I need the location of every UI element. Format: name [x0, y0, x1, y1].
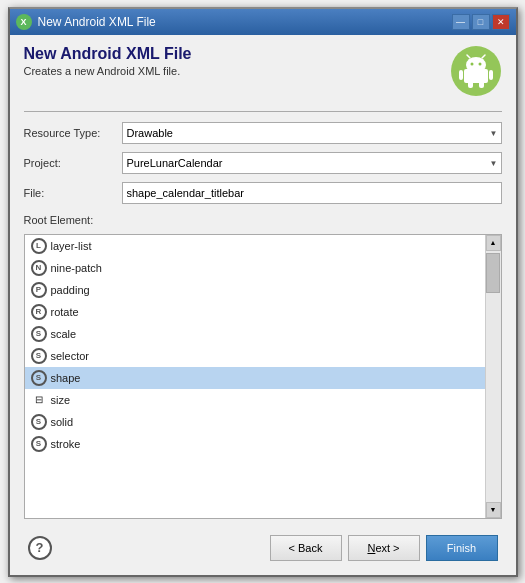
next-underline: N [367, 542, 375, 554]
svg-rect-7 [459, 70, 463, 80]
item-type-icon: ⊟ [31, 392, 47, 408]
resource-type-label: Resource Type: [24, 127, 114, 139]
resource-type-select[interactable]: Drawable Layout Menu Values XML [122, 122, 502, 144]
root-element-label: Root Element: [24, 214, 502, 226]
item-badge-icon: R [31, 304, 47, 320]
file-row: File: [24, 182, 502, 204]
window-icon: X [16, 14, 32, 30]
item-label: size [51, 394, 71, 406]
svg-point-4 [478, 62, 481, 65]
next-label: Next > [367, 542, 399, 554]
project-label: Project: [24, 157, 114, 169]
next-button[interactable]: Next > [348, 535, 420, 561]
finish-button[interactable]: Finish [426, 535, 498, 561]
item-label: shape [51, 372, 81, 384]
item-badge-icon: P [31, 282, 47, 298]
help-button[interactable]: ? [28, 536, 52, 560]
header-text: New Android XML File Creates a new Andro… [24, 45, 450, 77]
list-item[interactable]: Ssolid [25, 411, 485, 433]
android-logo [450, 45, 502, 97]
scrollbar[interactable]: ▲ ▼ [485, 235, 501, 518]
root-element-list: Llayer-listNnine-patchPpaddingRrotateSsc… [24, 234, 502, 519]
footer: ? < Back Next > Finish [24, 527, 502, 565]
svg-point-2 [466, 57, 486, 73]
svg-rect-8 [489, 70, 493, 80]
list-item[interactable]: Llayer-list [25, 235, 485, 257]
svg-point-3 [470, 62, 473, 65]
scroll-down-button[interactable]: ▼ [486, 502, 501, 518]
item-label: padding [51, 284, 90, 296]
list-item[interactable]: ⊟size [25, 389, 485, 411]
item-label: rotate [51, 306, 79, 318]
minimize-button[interactable]: — [452, 14, 470, 30]
main-window: X New Android XML File — □ ✕ New Android… [8, 7, 518, 577]
file-input[interactable] [122, 182, 502, 204]
page-subtitle: Creates a new Android XML file. [24, 65, 450, 77]
footer-right: < Back Next > Finish [270, 535, 498, 561]
list-item[interactable]: Rrotate [25, 301, 485, 323]
file-label: File: [24, 187, 114, 199]
list-item[interactable]: Sscale [25, 323, 485, 345]
project-select[interactable]: PureLunarCalendar [122, 152, 502, 174]
header-section: New Android XML File Creates a new Andro… [24, 45, 502, 97]
svg-rect-9 [468, 81, 473, 88]
scroll-thumb[interactable] [486, 253, 500, 293]
window-title: New Android XML File [38, 15, 156, 29]
close-button[interactable]: ✕ [492, 14, 510, 30]
list-item[interactable]: Sshape [25, 367, 485, 389]
header-separator [24, 111, 502, 112]
item-label: solid [51, 416, 74, 428]
content-area: New Android XML File Creates a new Andro… [10, 35, 516, 575]
item-label: scale [51, 328, 77, 340]
maximize-button[interactable]: □ [472, 14, 490, 30]
title-controls: — □ ✕ [452, 14, 510, 30]
item-label: nine-patch [51, 262, 102, 274]
list-items-container[interactable]: Llayer-listNnine-patchPpaddingRrotateSsc… [25, 235, 485, 518]
list-item[interactable]: Nnine-patch [25, 257, 485, 279]
footer-left: ? [28, 536, 52, 560]
item-badge-icon: S [31, 326, 47, 342]
item-label: layer-list [51, 240, 92, 252]
resource-type-dropdown-wrapper[interactable]: Drawable Layout Menu Values XML ▼ [122, 122, 502, 144]
title-bar: X New Android XML File — □ ✕ [10, 9, 516, 35]
item-badge-icon: N [31, 260, 47, 276]
item-badge-icon: S [31, 348, 47, 364]
back-button[interactable]: < Back [270, 535, 342, 561]
scroll-up-button[interactable]: ▲ [486, 235, 501, 251]
title-bar-left: X New Android XML File [16, 14, 156, 30]
list-item[interactable]: Ppadding [25, 279, 485, 301]
item-badge-icon: S [31, 370, 47, 386]
item-badge-icon: L [31, 238, 47, 254]
project-row: Project: PureLunarCalendar ▼ [24, 152, 502, 174]
item-badge-icon: S [31, 436, 47, 452]
item-label: stroke [51, 438, 81, 450]
list-item[interactable]: Sselector [25, 345, 485, 367]
resource-type-row: Resource Type: Drawable Layout Menu Valu… [24, 122, 502, 144]
project-dropdown-wrapper[interactable]: PureLunarCalendar ▼ [122, 152, 502, 174]
svg-rect-10 [479, 81, 484, 88]
page-title: New Android XML File [24, 45, 450, 63]
list-item[interactable]: Sstroke [25, 433, 485, 455]
item-label: selector [51, 350, 90, 362]
item-badge-icon: S [31, 414, 47, 430]
